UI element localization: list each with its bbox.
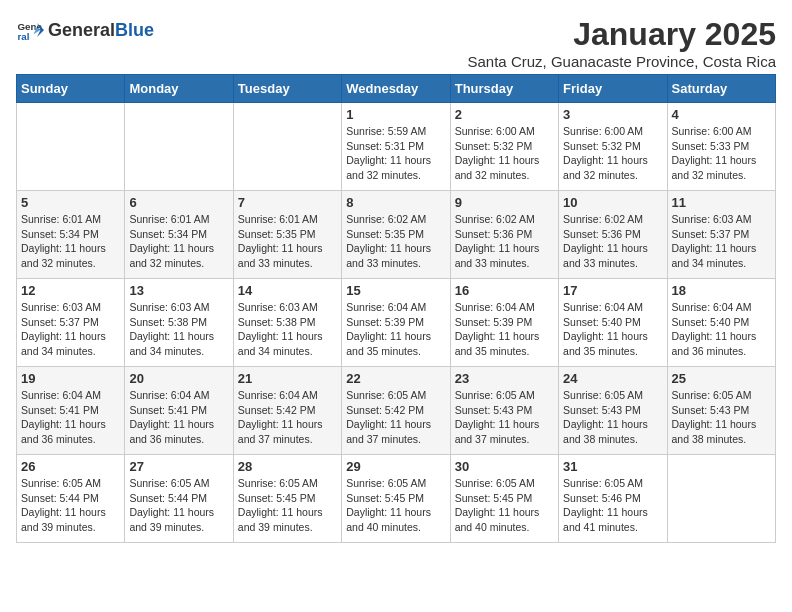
cell-info: Sunrise: 6:01 AMSunset: 5:34 PMDaylight:…	[21, 212, 120, 271]
calendar-cell: 30Sunrise: 6:05 AMSunset: 5:45 PMDayligh…	[450, 455, 558, 543]
cell-info: Sunrise: 6:04 AMSunset: 5:40 PMDaylight:…	[563, 300, 662, 359]
header-tuesday: Tuesday	[233, 75, 341, 103]
cell-info: Sunrise: 6:05 AMSunset: 5:45 PMDaylight:…	[238, 476, 337, 535]
day-number: 20	[129, 371, 228, 386]
cell-info: Sunrise: 6:05 AMSunset: 5:44 PMDaylight:…	[21, 476, 120, 535]
day-number: 27	[129, 459, 228, 474]
calendar-cell: 7Sunrise: 6:01 AMSunset: 5:35 PMDaylight…	[233, 191, 341, 279]
header-saturday: Saturday	[667, 75, 775, 103]
cell-info: Sunrise: 6:05 AMSunset: 5:43 PMDaylight:…	[672, 388, 771, 447]
header-monday: Monday	[125, 75, 233, 103]
calendar-cell: 17Sunrise: 6:04 AMSunset: 5:40 PMDayligh…	[559, 279, 667, 367]
day-number: 25	[672, 371, 771, 386]
day-number: 22	[346, 371, 445, 386]
day-number: 17	[563, 283, 662, 298]
day-number: 23	[455, 371, 554, 386]
header-thursday: Thursday	[450, 75, 558, 103]
day-number: 15	[346, 283, 445, 298]
calendar-cell: 15Sunrise: 6:04 AMSunset: 5:39 PMDayligh…	[342, 279, 450, 367]
header-wednesday: Wednesday	[342, 75, 450, 103]
calendar-cell: 27Sunrise: 6:05 AMSunset: 5:44 PMDayligh…	[125, 455, 233, 543]
calendar-cell: 6Sunrise: 6:01 AMSunset: 5:34 PMDaylight…	[125, 191, 233, 279]
calendar-cell: 14Sunrise: 6:03 AMSunset: 5:38 PMDayligh…	[233, 279, 341, 367]
cell-info: Sunrise: 6:04 AMSunset: 5:39 PMDaylight:…	[455, 300, 554, 359]
day-number: 7	[238, 195, 337, 210]
cell-info: Sunrise: 6:05 AMSunset: 5:43 PMDaylight:…	[455, 388, 554, 447]
cell-info: Sunrise: 6:04 AMSunset: 5:42 PMDaylight:…	[238, 388, 337, 447]
cell-info: Sunrise: 6:04 AMSunset: 5:39 PMDaylight:…	[346, 300, 445, 359]
day-number: 16	[455, 283, 554, 298]
day-number: 10	[563, 195, 662, 210]
calendar-cell: 1Sunrise: 5:59 AMSunset: 5:31 PMDaylight…	[342, 103, 450, 191]
header-row: SundayMondayTuesdayWednesdayThursdayFrid…	[17, 75, 776, 103]
calendar-cell	[125, 103, 233, 191]
calendar-cell	[233, 103, 341, 191]
cell-info: Sunrise: 6:02 AMSunset: 5:35 PMDaylight:…	[346, 212, 445, 271]
calendar-cell: 5Sunrise: 6:01 AMSunset: 5:34 PMDaylight…	[17, 191, 125, 279]
day-number: 28	[238, 459, 337, 474]
calendar-cell: 26Sunrise: 6:05 AMSunset: 5:44 PMDayligh…	[17, 455, 125, 543]
calendar-cell: 2Sunrise: 6:00 AMSunset: 5:32 PMDaylight…	[450, 103, 558, 191]
calendar-cell: 4Sunrise: 6:00 AMSunset: 5:33 PMDaylight…	[667, 103, 775, 191]
cell-info: Sunrise: 5:59 AMSunset: 5:31 PMDaylight:…	[346, 124, 445, 183]
cell-info: Sunrise: 6:02 AMSunset: 5:36 PMDaylight:…	[563, 212, 662, 271]
calendar-cell: 13Sunrise: 6:03 AMSunset: 5:38 PMDayligh…	[125, 279, 233, 367]
day-number: 30	[455, 459, 554, 474]
calendar-cell: 11Sunrise: 6:03 AMSunset: 5:37 PMDayligh…	[667, 191, 775, 279]
week-row-5: 26Sunrise: 6:05 AMSunset: 5:44 PMDayligh…	[17, 455, 776, 543]
cell-info: Sunrise: 6:05 AMSunset: 5:46 PMDaylight:…	[563, 476, 662, 535]
cell-info: Sunrise: 6:01 AMSunset: 5:35 PMDaylight:…	[238, 212, 337, 271]
cell-info: Sunrise: 6:03 AMSunset: 5:37 PMDaylight:…	[21, 300, 120, 359]
calendar-cell: 19Sunrise: 6:04 AMSunset: 5:41 PMDayligh…	[17, 367, 125, 455]
month-title: January 2025	[468, 16, 776, 53]
calendar-cell: 3Sunrise: 6:00 AMSunset: 5:32 PMDaylight…	[559, 103, 667, 191]
cell-info: Sunrise: 6:02 AMSunset: 5:36 PMDaylight:…	[455, 212, 554, 271]
cell-info: Sunrise: 6:03 AMSunset: 5:38 PMDaylight:…	[238, 300, 337, 359]
calendar-cell: 24Sunrise: 6:05 AMSunset: 5:43 PMDayligh…	[559, 367, 667, 455]
header-sunday: Sunday	[17, 75, 125, 103]
cell-info: Sunrise: 6:05 AMSunset: 5:43 PMDaylight:…	[563, 388, 662, 447]
day-number: 29	[346, 459, 445, 474]
day-number: 11	[672, 195, 771, 210]
cell-info: Sunrise: 6:00 AMSunset: 5:32 PMDaylight:…	[455, 124, 554, 183]
day-number: 9	[455, 195, 554, 210]
calendar-cell: 28Sunrise: 6:05 AMSunset: 5:45 PMDayligh…	[233, 455, 341, 543]
day-number: 26	[21, 459, 120, 474]
calendar-cell: 9Sunrise: 6:02 AMSunset: 5:36 PMDaylight…	[450, 191, 558, 279]
calendar-table: SundayMondayTuesdayWednesdayThursdayFrid…	[16, 74, 776, 543]
cell-info: Sunrise: 6:04 AMSunset: 5:41 PMDaylight:…	[129, 388, 228, 447]
week-row-3: 12Sunrise: 6:03 AMSunset: 5:37 PMDayligh…	[17, 279, 776, 367]
week-row-4: 19Sunrise: 6:04 AMSunset: 5:41 PMDayligh…	[17, 367, 776, 455]
cell-info: Sunrise: 6:04 AMSunset: 5:41 PMDaylight:…	[21, 388, 120, 447]
calendar-cell: 29Sunrise: 6:05 AMSunset: 5:45 PMDayligh…	[342, 455, 450, 543]
day-number: 8	[346, 195, 445, 210]
subtitle: Santa Cruz, Guanacaste Province, Costa R…	[468, 53, 776, 70]
cell-info: Sunrise: 6:05 AMSunset: 5:44 PMDaylight:…	[129, 476, 228, 535]
cell-info: Sunrise: 6:03 AMSunset: 5:38 PMDaylight:…	[129, 300, 228, 359]
title-block: January 2025 Santa Cruz, Guanacaste Prov…	[468, 16, 776, 70]
calendar-cell	[17, 103, 125, 191]
calendar-cell: 22Sunrise: 6:05 AMSunset: 5:42 PMDayligh…	[342, 367, 450, 455]
cell-info: Sunrise: 6:05 AMSunset: 5:45 PMDaylight:…	[455, 476, 554, 535]
day-number: 12	[21, 283, 120, 298]
calendar-cell: 16Sunrise: 6:04 AMSunset: 5:39 PMDayligh…	[450, 279, 558, 367]
logo-blue: Blue	[115, 20, 154, 40]
day-number: 4	[672, 107, 771, 122]
week-row-2: 5Sunrise: 6:01 AMSunset: 5:34 PMDaylight…	[17, 191, 776, 279]
day-number: 2	[455, 107, 554, 122]
cell-info: Sunrise: 6:00 AMSunset: 5:33 PMDaylight:…	[672, 124, 771, 183]
calendar-cell: 23Sunrise: 6:05 AMSunset: 5:43 PMDayligh…	[450, 367, 558, 455]
calendar-cell: 20Sunrise: 6:04 AMSunset: 5:41 PMDayligh…	[125, 367, 233, 455]
header-friday: Friday	[559, 75, 667, 103]
cell-info: Sunrise: 6:03 AMSunset: 5:37 PMDaylight:…	[672, 212, 771, 271]
calendar-cell: 31Sunrise: 6:05 AMSunset: 5:46 PMDayligh…	[559, 455, 667, 543]
day-number: 5	[21, 195, 120, 210]
logo: Gene ral GeneralBlue	[16, 16, 154, 44]
calendar-cell: 18Sunrise: 6:04 AMSunset: 5:40 PMDayligh…	[667, 279, 775, 367]
cell-info: Sunrise: 6:01 AMSunset: 5:34 PMDaylight:…	[129, 212, 228, 271]
day-number: 19	[21, 371, 120, 386]
day-number: 6	[129, 195, 228, 210]
cell-info: Sunrise: 6:05 AMSunset: 5:42 PMDaylight:…	[346, 388, 445, 447]
cell-info: Sunrise: 6:05 AMSunset: 5:45 PMDaylight:…	[346, 476, 445, 535]
day-number: 14	[238, 283, 337, 298]
